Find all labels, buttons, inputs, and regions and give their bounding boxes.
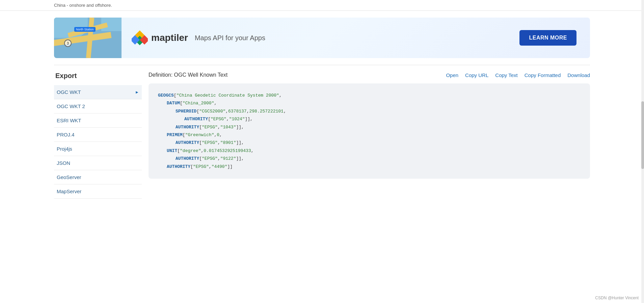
code-auth5-str2: "4490" bbox=[212, 164, 227, 169]
sidebar-item-label: JSON bbox=[57, 160, 70, 166]
sidebar-item-ogc-wkt2[interactable]: OGC WKT 2 bbox=[54, 99, 142, 113]
sidebar-item-label: Proj4js bbox=[57, 146, 72, 152]
top-bar-text: China - onshore and offshore. bbox=[54, 3, 112, 8]
code-auth1-str2: "1024" bbox=[229, 117, 245, 122]
code-line-5: AUTHORITY["EPSG","1043"]], bbox=[158, 123, 581, 131]
code-datum-str: "China_2000" bbox=[183, 101, 214, 106]
code-primem-str: "Greenwich" bbox=[185, 132, 214, 137]
copy-formatted-link[interactable]: Copy Formatted bbox=[525, 72, 561, 78]
sidebar-item-label: ESRI WKT bbox=[57, 118, 81, 123]
sidebar-item-mapserver[interactable]: MapServer bbox=[54, 184, 142, 199]
export-header: Definition: OGC Well Known Text Open Cop… bbox=[149, 72, 590, 78]
maptiler-logo-icon bbox=[132, 30, 148, 46]
sidebar-item-label: OGC WKT bbox=[57, 89, 81, 95]
code-auth3-str2: "8901" bbox=[220, 140, 236, 145]
sidebar: Export OGC WKT ► OGC WKT 2 ESRI WKT PROJ… bbox=[54, 72, 142, 199]
divider bbox=[54, 65, 590, 65]
sidebar-item-label: OGC WKT 2 bbox=[57, 103, 85, 109]
code-line-3: SPHEROID["CGCS2000",6378137,298.25722210… bbox=[158, 107, 581, 115]
banner-logo: maptiler Maps API for your Apps bbox=[122, 30, 275, 46]
code-auth2-kw: AUTHORITY bbox=[176, 125, 199, 130]
sidebar-arrow-icon: ► bbox=[135, 90, 139, 95]
sidebar-item-esri-wkt[interactable]: ESRI WKT bbox=[54, 113, 142, 128]
sidebar-item-proj4[interactable]: PROJ.4 bbox=[54, 128, 142, 142]
code-line-10: AUTHORITY["EPSG","4490"]] bbox=[158, 163, 581, 171]
code-line-1: GEOGCS["China Geodetic Coordinate System… bbox=[158, 92, 581, 99]
sidebar-item-ogc-wkt[interactable]: OGC WKT ► bbox=[54, 85, 142, 99]
code-geogcs-kw: GEOGCS bbox=[158, 93, 174, 98]
map-circle: 3 bbox=[64, 40, 72, 47]
top-bar: China - onshore and offshore. bbox=[0, 0, 644, 11]
code-primem-kw: PRIMEM bbox=[167, 132, 183, 137]
code-geogcs-str: "China Geodetic Coordinate System 2000" bbox=[177, 93, 279, 98]
download-link[interactable]: Download bbox=[567, 72, 590, 78]
code-line-4: AUTHORITY["EPSG","1024"]], bbox=[158, 115, 581, 123]
scrollbar-thumb[interactable] bbox=[641, 101, 644, 169]
sidebar-title: Export bbox=[54, 72, 142, 80]
code-auth1-str1: "EPSG" bbox=[211, 117, 226, 122]
code-line-7: AUTHORITY["EPSG","8901"]], bbox=[158, 139, 581, 147]
code-spheroid-num2: 298.257222101 bbox=[249, 109, 283, 114]
open-link[interactable]: Open bbox=[446, 72, 458, 78]
banner-tagline: Maps API for your Apps bbox=[195, 34, 265, 42]
code-auth4-kw: AUTHORITY bbox=[176, 156, 199, 161]
sidebar-item-label: MapServer bbox=[57, 188, 81, 194]
code-auth3-kw: AUTHORITY bbox=[176, 140, 199, 145]
sidebar-item-geoserver[interactable]: GeoServer bbox=[54, 170, 142, 184]
code-spheroid-kw: SPHEROID bbox=[176, 109, 196, 114]
export-definition-label: Definition: OGC Well Known Text bbox=[149, 72, 227, 78]
brand-name: maptiler bbox=[151, 32, 188, 43]
code-line-8: UNIT["degree",0.0174532925199433, bbox=[158, 147, 581, 155]
code-auth5-str1: "EPSG" bbox=[193, 164, 209, 169]
code-auth3-str1: "EPSG" bbox=[202, 140, 218, 145]
sidebar-item-label: PROJ.4 bbox=[57, 132, 75, 137]
code-datum-kw: DATUM bbox=[167, 101, 180, 106]
code-spheroid-str: "CGCS2000" bbox=[199, 109, 225, 114]
banner-map: North Station 3 bbox=[54, 18, 122, 58]
export-actions: Open Copy URL Copy Text Copy Formatted D… bbox=[446, 72, 590, 78]
sidebar-item-json[interactable]: JSON bbox=[54, 156, 142, 170]
code-auth1-kw: AUTHORITY bbox=[184, 117, 208, 122]
code-auth5-kw: AUTHORITY bbox=[167, 164, 190, 169]
code-line-6: PRIMEM["Greenwich",0, bbox=[158, 131, 581, 139]
code-primem-num: 0 bbox=[217, 132, 219, 137]
copy-text-link[interactable]: Copy Text bbox=[495, 72, 517, 78]
code-auth4-str1: "EPSG" bbox=[202, 156, 218, 161]
code-auth2-str1: "EPSG" bbox=[202, 125, 218, 130]
code-unit-num: 0.0174532925199433 bbox=[204, 148, 251, 153]
code-unit-str: "degree" bbox=[180, 148, 201, 153]
banner-brand-text: maptiler bbox=[151, 32, 188, 43]
main-content: Export OGC WKT ► OGC WKT 2 ESRI WKT PROJ… bbox=[54, 72, 590, 199]
sidebar-item-label: GeoServer bbox=[57, 174, 81, 180]
code-unit-kw: UNIT bbox=[167, 148, 177, 153]
banner: North Station 3 maptiler Maps API for yo… bbox=[54, 18, 590, 58]
code-auth2-str2: "1043" bbox=[220, 125, 236, 130]
sidebar-item-proj4js[interactable]: Proj4js bbox=[54, 142, 142, 156]
code-block: GEOGCS["China Geodetic Coordinate System… bbox=[149, 83, 590, 179]
map-pin-label: North Station bbox=[74, 27, 96, 32]
code-line-2: DATUM["China_2000", bbox=[158, 99, 581, 107]
export-panel: Definition: OGC Well Known Text Open Cop… bbox=[142, 72, 590, 199]
code-spheroid-num1: 6378137 bbox=[228, 109, 247, 114]
code-line-9: AUTHORITY["EPSG","9122"]], bbox=[158, 155, 581, 162]
copy-url-link[interactable]: Copy URL bbox=[465, 72, 488, 78]
scrollbar[interactable] bbox=[641, 0, 644, 205]
code-auth4-str2: "9122" bbox=[220, 156, 236, 161]
banner-cta-button[interactable]: LEARN MORE bbox=[519, 30, 576, 46]
